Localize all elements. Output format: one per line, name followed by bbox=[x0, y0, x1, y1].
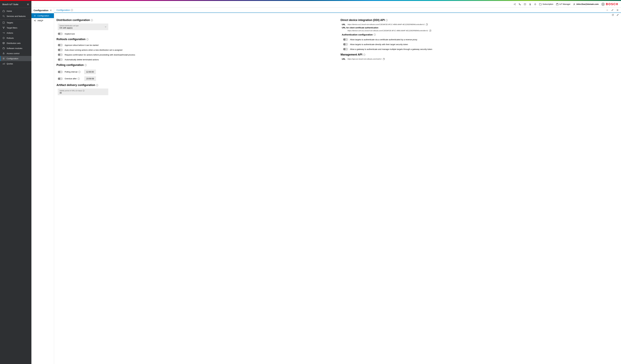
nav-home[interactable]: Home bbox=[0, 8, 31, 14]
toggle-label: Request confirmation for actions before … bbox=[65, 54, 135, 56]
targets-icon bbox=[2, 21, 5, 24]
ddi-url: https://device.eu1.bosch-iot-rollouts.co… bbox=[347, 24, 425, 25]
auth-security-token-toggle[interactable] bbox=[343, 43, 348, 46]
svg-point-15 bbox=[35, 21, 35, 21]
svg-point-6 bbox=[515, 3, 516, 4]
svg-rect-1 bbox=[3, 22, 4, 24]
info-icon[interactable]: i bbox=[374, 34, 376, 36]
svg-point-5 bbox=[514, 4, 514, 4]
field-label: Validity period of URLs (in days) bbox=[59, 90, 82, 92]
distribution-icon bbox=[2, 42, 5, 44]
mgmt-heading: Management API bbox=[341, 53, 362, 56]
validity-input[interactable]: Validity period of URLs (in days) i 30 bbox=[58, 89, 108, 95]
nav-label: Home bbox=[7, 10, 12, 12]
share-icon[interactable] bbox=[514, 3, 516, 5]
search-icon bbox=[2, 15, 5, 17]
edit-button[interactable] bbox=[617, 14, 619, 16]
cert-url-label: URL for client certificate authenticatio… bbox=[342, 27, 619, 29]
svg-point-10 bbox=[574, 3, 575, 4]
toggle-label: Allow targets to authenticate directly w… bbox=[350, 43, 408, 46]
subnav-amqp[interactable]: AMQP bbox=[31, 18, 54, 23]
copy-button[interactable] bbox=[426, 24, 428, 26]
toggle-label: Overdue after bbox=[65, 78, 77, 80]
nav-target-filters[interactable]: Target filters bbox=[0, 25, 31, 30]
close-button[interactable] bbox=[617, 9, 619, 11]
approve-rollout-toggle[interactable] bbox=[58, 44, 63, 47]
refresh-button[interactable] bbox=[612, 14, 614, 16]
book-icon[interactable] bbox=[524, 3, 526, 5]
app-title: Bosch IoT Suite bbox=[2, 3, 18, 6]
iot-manager-link[interactable]: IoT Manager bbox=[556, 3, 570, 5]
polling-interval-toggle[interactable] bbox=[58, 71, 63, 73]
sidebar-collapse-button[interactable] bbox=[27, 3, 29, 5]
nav-software-modules[interactable]: Software modules bbox=[0, 46, 31, 51]
nav-access-control[interactable]: Access control bbox=[0, 51, 31, 56]
distribution-heading: Distribution configuration bbox=[56, 18, 90, 22]
info-icon[interactable]: i bbox=[386, 19, 388, 21]
toggle-label: Allow targets to authenticate via a cert… bbox=[350, 38, 417, 41]
nav-rollouts[interactable]: Rollouts bbox=[0, 35, 31, 41]
nav-label: Target filters bbox=[7, 27, 17, 29]
overdue-input[interactable]: 23:59:59 bbox=[84, 76, 96, 81]
info-icon[interactable]: i bbox=[85, 64, 87, 66]
phone-icon[interactable] bbox=[518, 3, 521, 5]
copy-button[interactable] bbox=[429, 30, 431, 32]
main-panel: Configuration i bbox=[54, 8, 621, 364]
bosch-emblem-icon bbox=[601, 2, 605, 6]
toggle-label: Allow a gateway to authenticate and mana… bbox=[350, 48, 432, 50]
nav-label: Access control bbox=[7, 52, 19, 55]
gear-icon bbox=[34, 15, 36, 17]
info-icon[interactable]: i bbox=[96, 84, 98, 86]
gear-icon bbox=[2, 57, 5, 60]
info-icon[interactable]: i bbox=[86, 38, 88, 40]
svg-rect-19 bbox=[430, 30, 431, 32]
autoclose-toggle[interactable] bbox=[58, 48, 63, 51]
subpanel-close-button[interactable] bbox=[50, 9, 52, 11]
distribution-type-select[interactable]: Default distribution set type OS with ap… bbox=[58, 24, 108, 30]
subnav-label: AMQP bbox=[37, 19, 43, 22]
copy-button[interactable] bbox=[383, 58, 385, 60]
ddi-heading: Direct device integration (DDI) API bbox=[341, 18, 385, 22]
user-label: John.Doe@domain.com bbox=[576, 3, 599, 5]
iot-manager-label: IoT Manager bbox=[559, 3, 570, 5]
auth-gateway-toggle[interactable] bbox=[343, 48, 348, 50]
nav-quotas[interactable]: Quotas bbox=[0, 61, 31, 66]
paragraph-icon[interactable]: § bbox=[529, 3, 531, 5]
nav-label: Rollouts bbox=[7, 37, 14, 39]
svg-rect-3 bbox=[3, 53, 4, 54]
implicit-lock-toggle[interactable] bbox=[58, 32, 63, 35]
info-icon[interactable]: i bbox=[83, 90, 85, 92]
autodelete-toggle[interactable] bbox=[58, 58, 63, 61]
modules-icon bbox=[2, 47, 5, 49]
auth-reverse-proxy-toggle[interactable] bbox=[343, 38, 348, 41]
bell-icon[interactable] bbox=[534, 3, 536, 5]
confirm-toggle[interactable] bbox=[58, 53, 63, 56]
user-menu[interactable]: John.Doe@domain.com bbox=[573, 3, 599, 5]
mgmt-url: https://api.eu1.bosch-iot-rollouts.com/r… bbox=[347, 58, 382, 60]
topbar: § Subscription IoT Manager John.Doe@doma… bbox=[31, 1, 621, 8]
nav-configuration[interactable]: Configuration bbox=[0, 56, 31, 61]
info-icon[interactable]: i bbox=[78, 71, 81, 73]
toggle-label: Auto-close running actions when a new di… bbox=[65, 49, 122, 51]
amqp-icon bbox=[34, 19, 36, 22]
nav-distribution-sets[interactable]: Distribution sets bbox=[0, 41, 31, 46]
minimize-button[interactable] bbox=[606, 9, 608, 11]
nav-label: Software modules bbox=[7, 47, 22, 49]
nav-actions[interactable]: Actions bbox=[0, 30, 31, 35]
maximize-button[interactable] bbox=[611, 9, 613, 11]
subnav-configuration[interactable]: Configuration bbox=[31, 13, 54, 18]
field-value: OS with app(s) bbox=[59, 27, 106, 29]
info-icon[interactable]: i bbox=[78, 78, 80, 80]
info-icon[interactable]: i bbox=[363, 54, 365, 56]
subscription-link[interactable]: Subscription bbox=[539, 3, 553, 5]
overdue-toggle[interactable] bbox=[58, 77, 63, 80]
rollouts-heading: Rollouts configuration bbox=[56, 38, 86, 41]
nav-targets[interactable]: Targets bbox=[0, 20, 31, 25]
nav-label: Targets bbox=[7, 22, 13, 24]
polling-interval-input[interactable]: 12:00:00 bbox=[84, 69, 96, 74]
nav-services[interactable]: Services and features bbox=[0, 14, 31, 19]
nav-label: Quotas bbox=[7, 63, 13, 65]
info-icon[interactable]: i bbox=[71, 9, 73, 11]
info-icon[interactable]: i bbox=[91, 19, 93, 21]
nav-label: Actions bbox=[7, 32, 13, 34]
